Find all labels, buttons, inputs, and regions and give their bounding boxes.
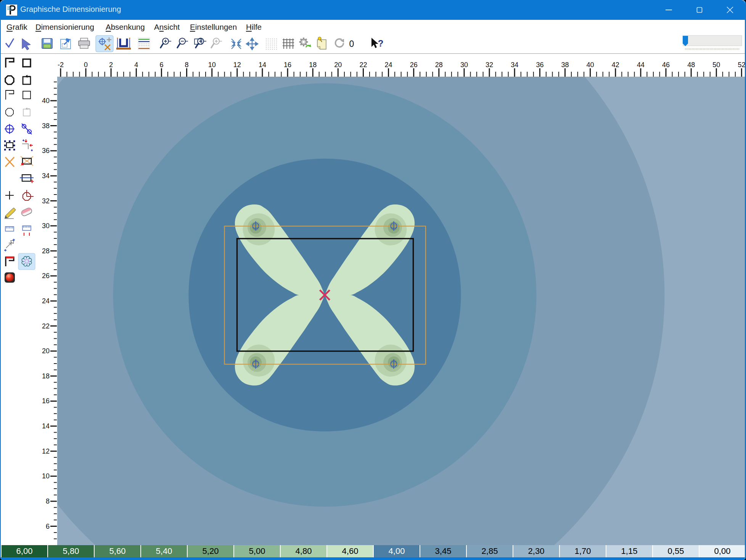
svg-text:10: 10 bbox=[42, 472, 50, 480]
svg-text:18: 18 bbox=[309, 61, 317, 69]
svg-text:24: 24 bbox=[385, 61, 392, 69]
svg-text:36: 36 bbox=[536, 61, 543, 69]
svg-text:38: 38 bbox=[42, 122, 50, 130]
svg-text:26: 26 bbox=[410, 61, 418, 69]
svg-text:-2: -2 bbox=[58, 61, 64, 69]
svg-text:18: 18 bbox=[42, 372, 50, 380]
svg-text:40: 40 bbox=[42, 97, 50, 105]
svg-text:38: 38 bbox=[561, 61, 569, 69]
svg-text:22: 22 bbox=[42, 322, 50, 330]
svg-text:0: 0 bbox=[84, 61, 88, 69]
svg-text:12: 12 bbox=[233, 61, 241, 69]
svg-text:14: 14 bbox=[259, 61, 266, 69]
svg-text:16: 16 bbox=[42, 397, 50, 405]
svg-text:32: 32 bbox=[486, 61, 493, 69]
svg-text:12: 12 bbox=[42, 447, 50, 455]
svg-text:16: 16 bbox=[284, 61, 291, 69]
svg-text:42: 42 bbox=[612, 61, 619, 69]
svg-text:34: 34 bbox=[511, 61, 518, 69]
svg-text:20: 20 bbox=[334, 61, 342, 69]
svg-text:28: 28 bbox=[42, 247, 50, 255]
svg-text:30: 30 bbox=[42, 222, 50, 230]
svg-text:8: 8 bbox=[185, 61, 188, 69]
svg-text:20: 20 bbox=[42, 347, 50, 355]
svg-text:22: 22 bbox=[359, 61, 367, 69]
svg-text:28: 28 bbox=[435, 61, 443, 69]
svg-text:8: 8 bbox=[46, 497, 50, 505]
svg-text:44: 44 bbox=[637, 61, 645, 69]
svg-text:10: 10 bbox=[208, 61, 216, 69]
svg-text:14: 14 bbox=[42, 422, 50, 430]
svg-text:26: 26 bbox=[42, 272, 50, 280]
svg-text:24: 24 bbox=[42, 297, 50, 305]
svg-text:0: 0 bbox=[349, 39, 354, 49]
svg-text:40: 40 bbox=[587, 61, 594, 69]
svg-text:50: 50 bbox=[712, 61, 720, 69]
svg-text:36: 36 bbox=[42, 147, 50, 154]
svg-text:4: 4 bbox=[134, 61, 138, 69]
svg-text:30: 30 bbox=[460, 61, 468, 69]
svg-text:48: 48 bbox=[687, 61, 695, 69]
svg-text:2: 2 bbox=[109, 61, 113, 69]
svg-text:32: 32 bbox=[42, 197, 50, 205]
svg-text:46: 46 bbox=[662, 61, 670, 69]
svg-text:6: 6 bbox=[159, 61, 163, 69]
svg-text:34: 34 bbox=[42, 172, 50, 180]
svg-text:52: 52 bbox=[738, 61, 745, 69]
svg-text:6: 6 bbox=[46, 523, 50, 530]
svg-text:?: ? bbox=[378, 38, 384, 48]
